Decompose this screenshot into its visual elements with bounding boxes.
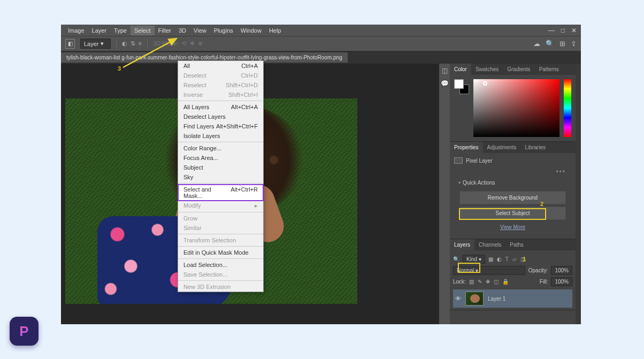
- menu-item-color-range[interactable]: Color Range...: [178, 143, 263, 153]
- mode-orbit-icon[interactable]: ⟲: [182, 40, 187, 47]
- fill-label: Fill:: [540, 279, 548, 285]
- comments-icon[interactable]: 💬: [441, 80, 449, 87]
- quick-actions-header[interactable]: Quick Actions: [454, 177, 571, 189]
- filter-pixel-icon[interactable]: ▦: [488, 256, 493, 262]
- lock-artboard-icon[interactable]: ◫: [494, 279, 499, 285]
- color-panel: Color Swatches Gradients Patterns: [450, 64, 576, 142]
- select-subject-button[interactable]: Select Subject: [459, 207, 566, 220]
- align-icon[interactable]: ⇅: [131, 40, 135, 47]
- callout-3: 3: [118, 65, 121, 72]
- tab-color[interactable]: Color: [450, 64, 471, 75]
- menu-item-load-selection[interactable]: Load Selection...: [178, 260, 263, 270]
- menu-help[interactable]: Help: [265, 26, 285, 35]
- menu-item-sky[interactable]: Sky: [178, 172, 263, 182]
- sample-icon[interactable]: ◐: [122, 40, 127, 47]
- menu-item-inverse: InverseShift+Ctrl+I: [178, 90, 263, 100]
- pixel-layer-icon: [454, 157, 463, 164]
- history-icon[interactable]: ◫: [442, 67, 448, 74]
- opacity-input[interactable]: 100%: [551, 266, 572, 275]
- tab-layers[interactable]: Layers: [450, 239, 474, 250]
- callout-2: 2: [540, 201, 543, 207]
- properties-panel: Properties Adjustments Libraries Pixel L…: [450, 142, 576, 239]
- fill-input[interactable]: 100%: [551, 277, 572, 286]
- maximize-icon[interactable]: □: [561, 27, 565, 34]
- filter-kind-select[interactable]: Kind ▾: [463, 255, 485, 264]
- menu-image[interactable]: Image: [64, 26, 88, 35]
- tab-libraries[interactable]: Libraries: [521, 142, 550, 153]
- tool-preset-icon[interactable]: ◧: [65, 39, 75, 49]
- menu-item-edit-in-quick-mask-mode[interactable]: Edit in Quick Mask Mode: [178, 248, 263, 257]
- tab-gradients[interactable]: Gradients: [503, 64, 534, 75]
- menu-filter[interactable]: Filter: [155, 26, 175, 35]
- lock-all-icon[interactable]: 🔒: [502, 279, 509, 285]
- mode-dolly-icon[interactable]: ⊕: [198, 40, 203, 47]
- lock-label: Lock:: [453, 279, 466, 285]
- share-icon[interactable]: ⇪: [571, 40, 577, 48]
- menu-item-isolate-layers[interactable]: Isolate Layers: [178, 131, 263, 141]
- layers-panel: Layers Channels Paths 🔍 Kind ▾ ▦ ◐ T ▱ ◫: [450, 239, 576, 310]
- menu-item-save-selection: Save Selection...: [178, 270, 263, 279]
- color-field[interactable]: [473, 79, 559, 137]
- menu-window[interactable]: Window: [237, 26, 265, 35]
- document-tab-bar: tylish-black-woman-list g-fun-park-summe…: [61, 51, 581, 64]
- menu-item-modify: Modify▸: [178, 201, 263, 211]
- visibility-toggle-icon[interactable]: 👁: [455, 295, 461, 302]
- view-more-link[interactable]: View More: [454, 222, 571, 234]
- menu-item-deselect-layers[interactable]: Deselect Layers: [178, 112, 263, 121]
- minimize-icon[interactable]: —: [548, 27, 555, 34]
- mode-pan-icon[interactable]: ✥: [190, 40, 195, 47]
- tab-paths[interactable]: Paths: [505, 239, 528, 250]
- layer-thumbnail[interactable]: [465, 292, 484, 305]
- tab-channels[interactable]: Channels: [474, 239, 505, 250]
- lock-trans-icon[interactable]: ▨: [469, 279, 474, 285]
- layer-name[interactable]: Layer 1: [488, 296, 505, 302]
- remove-background-button[interactable]: Remove Background: [459, 191, 566, 204]
- filter-type-icon[interactable]: T: [505, 256, 509, 262]
- opacity-label: Opacity:: [528, 268, 548, 273]
- sample-layers-select[interactable]: Layer ▾: [80, 39, 111, 49]
- menu-3d[interactable]: 3D: [175, 26, 190, 35]
- menu-plugins[interactable]: Plugins: [210, 26, 237, 35]
- lock-paint-icon[interactable]: ✎: [478, 279, 482, 285]
- menu-item-all-layers[interactable]: All LayersAlt+Ctrl+A: [178, 102, 263, 112]
- tab-swatches[interactable]: Swatches: [471, 64, 503, 75]
- tab-properties[interactable]: Properties: [450, 142, 483, 153]
- filter-shape-icon[interactable]: ▱: [512, 256, 517, 262]
- mode-label: 3D Mode:: [153, 40, 179, 47]
- blend-mode-select[interactable]: Normal ▾: [453, 266, 525, 275]
- cloud-sync-icon[interactable]: ☁: [533, 40, 540, 48]
- workspace-icon[interactable]: ⊞: [559, 40, 565, 48]
- select-menu-dropdown: AllCtrl+ADeselectCtrl+DReselectShift+Ctr…: [178, 60, 264, 292]
- menu-item-all[interactable]: AllCtrl+A: [178, 61, 263, 71]
- collapsed-panel-strip: ◫ 💬: [439, 64, 450, 324]
- close-icon[interactable]: ✕: [571, 27, 577, 34]
- menu-select[interactable]: Select: [131, 26, 155, 35]
- search-icon[interactable]: 🔍: [546, 40, 554, 48]
- fg-bg-swatch[interactable]: [454, 79, 469, 94]
- hue-slider[interactable]: [564, 79, 571, 137]
- panel-scrollbar[interactable]: [576, 64, 581, 324]
- tab-adjustments[interactable]: Adjustments: [483, 142, 521, 153]
- tab-patterns[interactable]: Patterns: [535, 64, 563, 75]
- menu-item-new-3d-extrusion: New 3D Extrusion: [178, 282, 263, 292]
- menu-view[interactable]: View: [190, 26, 210, 35]
- menu-type[interactable]: Type: [110, 26, 131, 35]
- layer-row[interactable]: 👁 Layer 1: [453, 289, 572, 308]
- brand-logo: P: [10, 317, 39, 346]
- app-window: Image Layer Type Select Filter 3D View P…: [61, 25, 581, 324]
- menu-item-similar: Similar: [178, 223, 263, 233]
- menu-item-grow: Grow: [178, 213, 263, 223]
- menu-item-focus-area[interactable]: Focus Area...: [178, 153, 263, 163]
- distribute-icon[interactable]: ≡: [139, 40, 142, 47]
- menu-item-select-and-mask[interactable]: Select and Mask...Alt+Ctrl+R: [178, 185, 263, 201]
- menu-item-subject[interactable]: Subject: [178, 163, 263, 172]
- lock-pos-icon[interactable]: ✥: [486, 279, 490, 285]
- filter-adjust-icon[interactable]: ◐: [497, 256, 502, 262]
- callout-1: 1: [523, 256, 526, 262]
- layer-type-label: Pixel Layer: [466, 158, 492, 164]
- menu-item-find-layers[interactable]: Find LayersAlt+Shift+Ctrl+F: [178, 121, 263, 131]
- menu-item-reselect: ReselectShift+Ctrl+D: [178, 80, 263, 90]
- options-bar: ◧ Layer ▾ ◐ ⇅ ≡ 3D Mode: ⟲ ✥ ⊕ ☁ 🔍 ⊞ ⇪: [61, 36, 581, 51]
- menu-layer[interactable]: Layer: [88, 26, 111, 35]
- menu-bar: Image Layer Type Select Filter 3D View P…: [61, 25, 581, 36]
